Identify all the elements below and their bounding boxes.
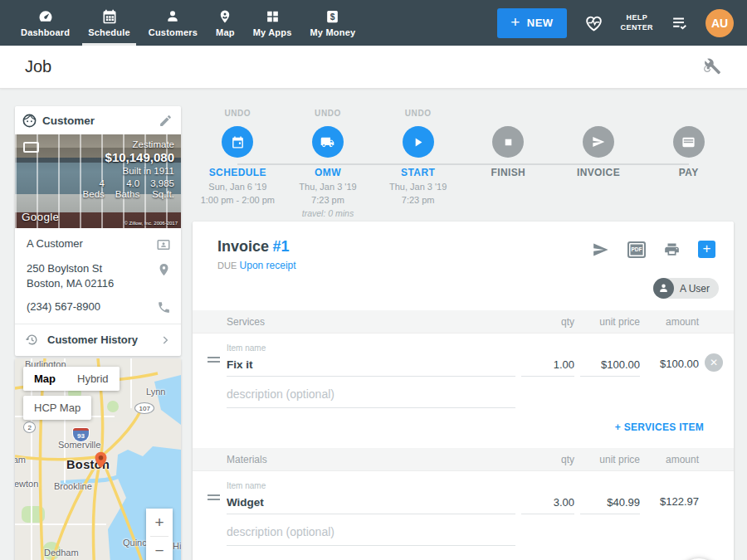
built-year: Built in 1911: [83, 166, 174, 176]
pdf-button[interactable]: PDF: [627, 241, 646, 258]
help-center-button[interactable]: HELP CENTER: [621, 13, 653, 32]
qty-input[interactable]: [521, 356, 574, 377]
drag-handle-icon[interactable]: [208, 492, 221, 503]
zestimate-block: Zestimate $10,149,080 Built in 1911 4 4.…: [83, 139, 174, 199]
line-amount: $100.00: [646, 358, 699, 377]
task-list-button[interactable]: [669, 14, 690, 32]
property-photo[interactable]: Zestimate $10,149,080 Built in 1911 4 4.…: [15, 134, 181, 228]
user-avatar-icon: [653, 278, 674, 299]
drag-handle-icon[interactable]: [208, 354, 221, 365]
calendar-icon: [231, 135, 245, 149]
invoice-number: #1: [272, 238, 289, 255]
customer-card-title: Customer: [42, 114, 95, 127]
assignee-chip[interactable]: A User: [653, 278, 719, 299]
undo-button[interactable]: UNDO: [193, 109, 283, 120]
property-stats: 4 4.0 3,985 Beds Baths Sq.ft.: [83, 178, 174, 199]
undo-button[interactable]: UNDO: [283, 109, 374, 120]
nav-item-customers[interactable]: Customers: [139, 0, 207, 46]
map-widget: Burlington Lynn Somerville Waltham Bosto…: [15, 358, 181, 560]
print-icon: [663, 241, 681, 258]
stop-icon: [503, 137, 514, 148]
qty-column-header: qty: [521, 454, 574, 465]
unit-price-input[interactable]: [580, 494, 640, 514]
qty-column-header: qty: [521, 316, 574, 328]
new-button-label: NEW: [527, 17, 554, 29]
new-button[interactable]: + NEW: [497, 8, 566, 38]
step-label: FINISH: [463, 167, 554, 178]
map-type-buttons: Map Hybrid: [23, 367, 120, 391]
customer-phone: (234) 567-8900: [27, 299, 157, 314]
qty-input[interactable]: [521, 494, 574, 514]
location-pin-icon[interactable]: [157, 262, 171, 277]
timeline-step-finish: FINISH: [463, 109, 554, 220]
step-label: INVOICE: [554, 167, 644, 178]
job-settings-icon[interactable]: [703, 57, 722, 76]
unit-price-input[interactable]: [580, 356, 640, 377]
nav-item-map[interactable]: Map: [207, 0, 244, 46]
schedule-step-button[interactable]: [222, 126, 253, 158]
stat-value: 4.0: [115, 178, 139, 188]
omw-step-button[interactable]: [312, 126, 344, 158]
remove-icon[interactable]: ✕: [705, 353, 723, 372]
item-name-input[interactable]: [227, 356, 515, 377]
health-status-button[interactable]: [583, 12, 605, 33]
map-zoom-control: + −: [146, 509, 173, 560]
assignee-row: A User: [193, 271, 734, 299]
nav-item-dashboard[interactable]: Dashboard: [12, 0, 79, 46]
print-button[interactable]: [663, 241, 681, 258]
unit-price-column-header: unit price: [580, 316, 640, 328]
finish-step-button[interactable]: [492, 126, 524, 158]
stat-label: Beds: [83, 189, 105, 199]
plus-icon: +: [510, 14, 520, 30]
invoice-due: DUE Upon receipt: [217, 260, 296, 271]
user-avatar[interactable]: AU: [706, 9, 734, 37]
assignee-name: A User: [680, 283, 710, 295]
pdf-icon: PDF: [627, 241, 646, 258]
hcp-map-button[interactable]: HCP Map: [23, 396, 91, 420]
nav-item-my-apps[interactable]: My Apps: [244, 0, 301, 46]
customer-name: A Customer: [27, 236, 156, 251]
edit-pencil-icon[interactable]: [159, 114, 173, 128]
contact-card-icon[interactable]: [156, 237, 171, 252]
invoice-step-button[interactable]: [583, 126, 614, 158]
nav-item-schedule[interactable]: Schedule: [79, 0, 139, 46]
play-icon: [411, 135, 425, 149]
pay-step-button[interactable]: [673, 126, 705, 158]
undo-button[interactable]: UNDO: [373, 109, 463, 120]
customer-history-button[interactable]: Customer History: [15, 324, 181, 356]
due-value-link[interactable]: Upon receipt: [240, 260, 296, 271]
job-location-pin-icon[interactable]: [94, 451, 108, 469]
services-section-header: Services qty unit price amount: [193, 310, 734, 334]
phone-icon[interactable]: [157, 300, 171, 314]
map-label-newton: Newton: [15, 479, 38, 489]
my-money-icon: $: [325, 8, 340, 25]
customer-phone-row: (234) 567-8900: [27, 299, 171, 314]
description-input[interactable]: [227, 385, 515, 408]
timeline-step-schedule: UNDO SCHEDULE Sun, Jan 6 '19 1:00 pm - 2…: [193, 109, 283, 220]
start-step-button[interactable]: [403, 126, 434, 158]
face-icon: [22, 113, 37, 129]
description-input[interactable]: [227, 523, 515, 546]
chevron-right-icon: [159, 334, 171, 346]
invoice-header: Invoice #1 DUE Upon receipt PDF +: [193, 238, 734, 271]
section-title: Materials: [227, 454, 515, 465]
street-view-icon[interactable]: [23, 142, 39, 153]
help-center-line1: HELP: [621, 13, 653, 22]
item-name-input[interactable]: [227, 494, 515, 514]
map-type-map-button[interactable]: Map: [23, 367, 66, 391]
zoom-in-icon[interactable]: +: [146, 509, 173, 536]
send-icon: [592, 135, 605, 149]
add-services-item-button[interactable]: + SERVICES ITEM: [193, 408, 734, 436]
item-name-label: Item name: [227, 481, 515, 490]
nav-item-my-money[interactable]: $ My Money: [301, 0, 365, 46]
customer-card: Customer Zestimate $10,149,080 Built in …: [15, 106, 181, 356]
zoom-out-icon[interactable]: −: [146, 537, 173, 560]
top-nav: Dashboard Schedule Customers Map My Apps…: [0, 0, 747, 46]
stat-label: Sq.ft.: [150, 189, 174, 199]
add-materials-item-button[interactable]: + MATERIALS ITEM: [193, 546, 734, 560]
amount-column-header: amount: [646, 316, 699, 328]
timeline-step-invoice: INVOICE: [554, 109, 644, 220]
add-invoice-icon[interactable]: +: [698, 241, 715, 258]
map-type-hybrid-button[interactable]: Hybrid: [66, 367, 120, 391]
send-invoice-button[interactable]: [591, 241, 610, 258]
